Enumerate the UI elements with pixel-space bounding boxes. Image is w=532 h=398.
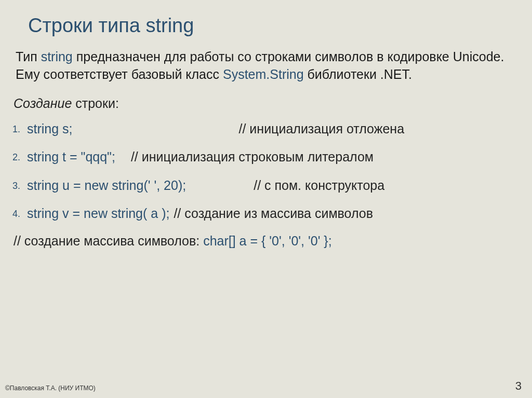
list-item: string u = new string(' ', 20);// с пом.… [12, 177, 520, 194]
keyword-system-string: System.String [223, 67, 304, 81]
page-number: 3 [515, 379, 522, 393]
code-comment: // инициализация отложена [239, 121, 405, 136]
list-item: string s;// инициализация отложена [12, 120, 520, 138]
list-item: string v = new string( a );// создание и… [12, 205, 520, 222]
keyword-string: string [41, 49, 73, 64]
code-comment: // с пом. конструктора [254, 178, 384, 193]
code-text: string t = "qqq"; [27, 149, 115, 164]
sub-plain: строки: [72, 96, 119, 111]
code-text: string s; [27, 121, 73, 136]
code-list: string s;// инициализация отложена strin… [12, 120, 520, 222]
intro-text-1: Тип [16, 49, 41, 64]
code-comment: // инициализация строковым литералом [131, 149, 374, 164]
sub-italic: Создание [14, 96, 72, 111]
slide-title: Строки типа string [28, 15, 520, 37]
code-text: string u = new string(' ', 20); [27, 178, 186, 193]
list-item: string t = "qqq";// инициализация строко… [12, 148, 520, 166]
sub-header: Создание строки: [14, 96, 520, 111]
after-list-line: // создание массива символов: char[] a =… [14, 234, 520, 249]
after-prefix: // создание массива символов: [14, 234, 203, 248]
code-text: string v = new string( a ); [27, 206, 169, 221]
intro-text-3: библиотеки .NET. [304, 67, 412, 81]
code-comment: // создание из массива символов [174, 206, 373, 221]
slide: Строки типа string Тип string предназнач… [0, 0, 532, 249]
after-code: char[] a = { '0', '0', '0' }; [203, 234, 332, 248]
intro-paragraph: Тип string предназначен для работы со ст… [16, 48, 520, 84]
footer-copyright: ©Павловская Т.А. (НИУ ИТМО) [5, 385, 96, 392]
